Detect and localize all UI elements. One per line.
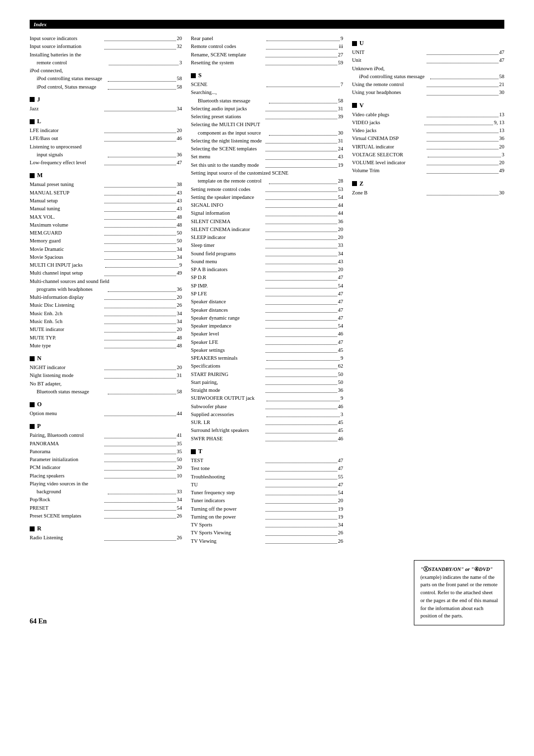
entry-text: Placing speakers (30, 472, 103, 480)
entry-dots (104, 410, 176, 416)
entry-page: 47 (499, 56, 505, 64)
entry-dots (105, 261, 178, 268)
entry-page: 26 (177, 534, 182, 542)
index-entry: SP LFE47 (191, 290, 343, 298)
note-line4: control. Refer to the attached sheet (420, 589, 498, 597)
entry-dots (266, 378, 337, 385)
entry-dots (104, 253, 176, 260)
index-entry: Searching..., (191, 89, 343, 96)
entry-text: Resetting the system (191, 59, 265, 67)
entry-dots (266, 314, 337, 321)
entry-dots (427, 81, 498, 87)
entry-dots (104, 269, 176, 276)
index-entry: Set menu43 (191, 153, 343, 161)
entry-dots (266, 435, 337, 441)
entry-dots (266, 306, 337, 313)
section-header-O: O (30, 401, 182, 408)
entry-page: 20 (499, 159, 505, 167)
entry-dots (104, 496, 176, 502)
index-entry: SILENT CINEMA36 (191, 218, 343, 226)
entry-page: 47 (338, 338, 344, 346)
index-entry: Playing video sources in the (30, 480, 182, 488)
entry-page: 19 (338, 513, 344, 521)
entry-dots (266, 43, 338, 49)
entry-text: VOLUME level indicator (352, 159, 426, 167)
entry-dots (104, 43, 176, 49)
index-entry: Setting input source of the customized S… (191, 169, 343, 177)
entry-page: 33 (177, 488, 182, 496)
entry-text: Manual tuning (30, 205, 103, 213)
index-entry: Start pairing,50 (191, 378, 343, 386)
index-entry: Maximum volume48 (30, 221, 182, 229)
entry-dots (266, 419, 337, 425)
entry-dots (104, 205, 176, 211)
index-header: Index (30, 20, 504, 29)
index-entry: Multi-information display20 (30, 293, 182, 301)
section-square (30, 173, 35, 178)
entry-page: 45 (338, 426, 344, 434)
entry-dots (266, 105, 337, 111)
entry-dots (109, 59, 178, 65)
entry-page: 9 (179, 261, 182, 269)
index-entry: Movie Dramatic34 (30, 245, 182, 253)
entry-dots (104, 448, 176, 454)
index-entry: Input source information32 (30, 43, 182, 50)
index-entry: Speaker distances47 (191, 306, 343, 314)
entry-dots (269, 97, 337, 103)
section-square (352, 41, 357, 46)
entry-dots (427, 143, 498, 149)
entry-text: NIGHT indicator (30, 364, 103, 372)
entry-text: Pairing, Bluetooth control (30, 431, 103, 439)
entry-text: Searching..., (191, 89, 343, 96)
index-entry: Manual setup43 (30, 197, 182, 205)
index-entry: Sleep timer33 (191, 241, 343, 249)
entry-dots (104, 440, 176, 446)
index-entry: Installing batteries in the (30, 51, 182, 59)
index-entry: Speaker distance47 (191, 298, 343, 306)
index-entry: iPod controlling status message58 (352, 73, 504, 81)
index-entry: Setting the speaker impedance54 (191, 193, 343, 201)
entry-page: 34 (177, 318, 182, 326)
index-entry: MANUAL SETUP43 (30, 189, 182, 197)
entry-dots (266, 51, 337, 57)
entry-text: Selecting preset stations (191, 113, 265, 121)
entry-page: 43 (177, 205, 182, 213)
entry-dots (427, 127, 498, 133)
index-entry: NIGHT indicator20 (30, 364, 182, 372)
entry-text: TU (191, 481, 265, 489)
index-entry: Turning on the power19 (191, 513, 343, 521)
entry-dots (266, 338, 337, 345)
entry-text: Sound menu (191, 258, 265, 266)
entry-text: VOLTAGE SELECTOR (352, 151, 427, 159)
entry-dots (108, 151, 176, 157)
entry-text: Setting input source of the customized S… (191, 169, 343, 177)
entry-text: Selecting audio input jacks (191, 105, 265, 113)
entry-text: component as the input source (198, 129, 268, 137)
entry-dots (266, 465, 337, 471)
entry-text: Maximum volume (30, 221, 103, 229)
entry-page: 20 (177, 293, 182, 301)
entry-page: 13 (499, 127, 505, 135)
entry-text: Tuner indicators (191, 497, 265, 505)
entry-dots (424, 119, 493, 125)
entry-dots (267, 411, 339, 417)
note-line1: "ⓍSTANDBY/ON" or "④DVD" (420, 566, 498, 573)
entry-text: Low-frequency effect level (30, 159, 103, 167)
entry-dots (269, 177, 337, 184)
entry-text: Movie Spacious (30, 253, 103, 261)
index-entry: Selecting the night listening mode31 (191, 137, 343, 145)
entry-text: iPod controlling status message (359, 73, 429, 81)
entry-page: 58 (177, 83, 182, 91)
entry-page: 50 (177, 237, 182, 245)
section-letter: P (37, 423, 41, 430)
entry-page: 38 (177, 181, 182, 189)
index-entry: template on the remote control28 (191, 177, 343, 185)
entry-dots (266, 153, 337, 159)
index-entry: MEM.GUARD50 (30, 229, 182, 237)
column-1: Input source indicators20Input source in… (30, 35, 191, 545)
entry-dots (104, 159, 176, 165)
index-entry: Memory guard50 (30, 237, 182, 245)
index-entry: Zone B30 (352, 189, 504, 197)
index-entry: Troubleshooting55 (191, 473, 343, 481)
entry-page: 9, 13 (494, 119, 504, 127)
